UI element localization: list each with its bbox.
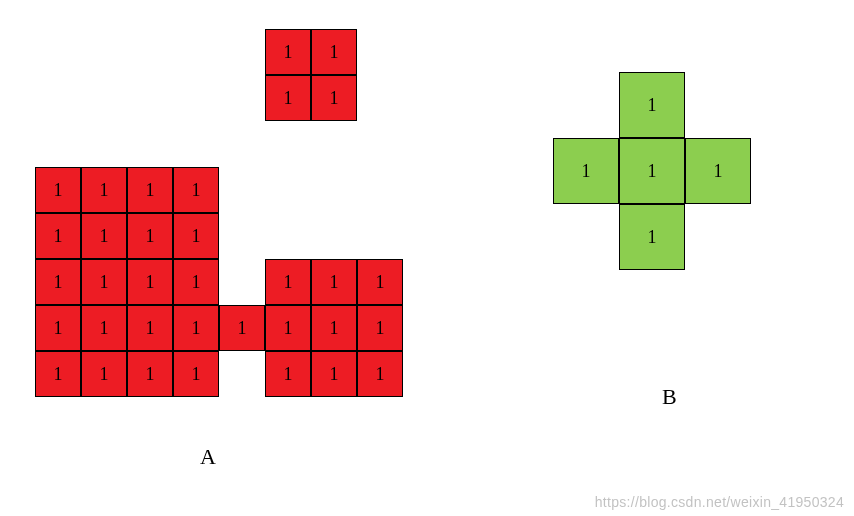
shape-a-cell: 1 bbox=[311, 29, 357, 75]
shape-a-cell: 1 bbox=[81, 259, 127, 305]
shape-a-cell: 1 bbox=[81, 351, 127, 397]
shape-a-cell: 1 bbox=[265, 259, 311, 305]
shape-a-cell: 1 bbox=[173, 351, 219, 397]
shape-a-cell: 1 bbox=[219, 305, 265, 351]
shape-a-cell: 1 bbox=[35, 351, 81, 397]
watermark-text: https://blog.csdn.net/weixin_41950324 bbox=[595, 494, 844, 510]
shape-a-cell: 1 bbox=[265, 29, 311, 75]
shape-b-cell: 1 bbox=[619, 138, 685, 204]
shape-a-cell: 1 bbox=[173, 259, 219, 305]
shape-b-cell: 1 bbox=[553, 138, 619, 204]
shape-b-cell: 1 bbox=[619, 204, 685, 270]
shape-b-cell: 1 bbox=[685, 138, 751, 204]
shape-a-cell: 1 bbox=[265, 75, 311, 121]
shape-a-cell: 1 bbox=[265, 351, 311, 397]
shape-a-cell: 1 bbox=[311, 351, 357, 397]
shape-a-cell: 1 bbox=[81, 167, 127, 213]
shape-a-cell: 1 bbox=[311, 259, 357, 305]
shape-a-cell: 1 bbox=[357, 305, 403, 351]
shape-a-cell: 1 bbox=[127, 351, 173, 397]
label-a: A bbox=[200, 444, 216, 470]
shape-a-cell: 1 bbox=[127, 213, 173, 259]
shape-a-cell: 1 bbox=[127, 259, 173, 305]
shape-a-cell: 1 bbox=[173, 167, 219, 213]
shape-a-cell: 1 bbox=[35, 167, 81, 213]
label-b: B bbox=[662, 384, 677, 410]
shape-b-cell: 1 bbox=[619, 72, 685, 138]
shape-a-cell: 1 bbox=[311, 305, 357, 351]
shape-a-cell: 1 bbox=[127, 305, 173, 351]
shape-a-cell: 1 bbox=[357, 259, 403, 305]
shape-a-cell: 1 bbox=[357, 351, 403, 397]
shape-a-cell: 1 bbox=[127, 167, 173, 213]
shape-a-cell: 1 bbox=[311, 75, 357, 121]
shape-a-cell: 1 bbox=[173, 213, 219, 259]
shape-a-cell: 1 bbox=[35, 259, 81, 305]
shape-a-cell: 1 bbox=[81, 213, 127, 259]
shape-a-cell: 1 bbox=[173, 305, 219, 351]
shape-a-cell: 1 bbox=[35, 213, 81, 259]
diagram-canvas: 1111111111111111111111111111111111 11111… bbox=[0, 0, 854, 516]
shape-a-cell: 1 bbox=[35, 305, 81, 351]
shape-a-cell: 1 bbox=[81, 305, 127, 351]
shape-a-cell: 1 bbox=[265, 305, 311, 351]
